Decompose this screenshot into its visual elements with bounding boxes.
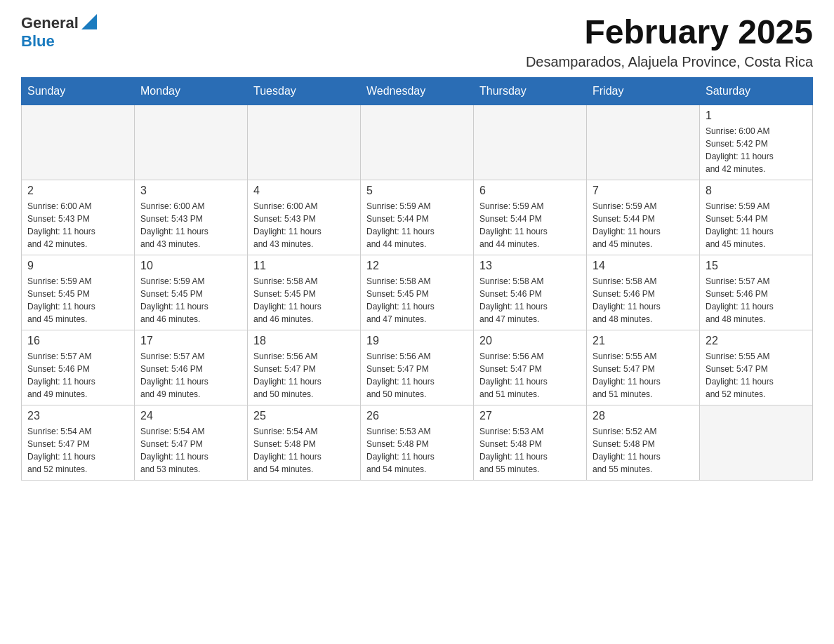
calendar-cell: 19Sunrise: 5:56 AMSunset: 5:47 PMDayligh… bbox=[361, 330, 474, 405]
calendar-table: SundayMondayTuesdayWednesdayThursdayFrid… bbox=[21, 77, 813, 481]
day-info: Sunrise: 6:00 AMSunset: 5:42 PMDaylight:… bbox=[706, 125, 807, 175]
day-info: Sunrise: 6:00 AMSunset: 5:43 PMDaylight:… bbox=[140, 200, 241, 250]
calendar-cell: 12Sunrise: 5:58 AMSunset: 5:45 PMDayligh… bbox=[361, 255, 474, 330]
day-number: 10 bbox=[140, 260, 241, 272]
day-info: Sunrise: 5:57 AMSunset: 5:46 PMDaylight:… bbox=[140, 350, 241, 401]
day-number: 1 bbox=[706, 109, 807, 122]
calendar-cell: 15Sunrise: 5:57 AMSunset: 5:46 PMDayligh… bbox=[700, 255, 813, 330]
day-number: 8 bbox=[706, 185, 807, 197]
day-number: 5 bbox=[366, 185, 468, 197]
day-info: Sunrise: 5:57 AMSunset: 5:46 PMDaylight:… bbox=[27, 350, 128, 401]
calendar-cell: 25Sunrise: 5:54 AMSunset: 5:48 PMDayligh… bbox=[248, 405, 361, 480]
calendar-cell: 22Sunrise: 5:55 AMSunset: 5:47 PMDayligh… bbox=[700, 330, 813, 405]
day-info: Sunrise: 5:58 AMSunset: 5:45 PMDaylight:… bbox=[366, 275, 468, 326]
calendar-cell: 11Sunrise: 5:58 AMSunset: 5:45 PMDayligh… bbox=[248, 255, 361, 330]
calendar-header-row: SundayMondayTuesdayWednesdayThursdayFrid… bbox=[22, 77, 813, 105]
day-info: Sunrise: 5:59 AMSunset: 5:45 PMDaylight:… bbox=[27, 275, 128, 326]
location-subtitle: Desamparados, Alajuela Province, Costa R… bbox=[526, 54, 813, 70]
day-info: Sunrise: 5:58 AMSunset: 5:45 PMDaylight:… bbox=[253, 275, 355, 326]
weekday-header-monday: Monday bbox=[135, 77, 248, 105]
calendar-week-row: 1Sunrise: 6:00 AMSunset: 5:42 PMDaylight… bbox=[22, 105, 813, 180]
calendar-week-row: 2Sunrise: 6:00 AMSunset: 5:43 PMDaylight… bbox=[22, 180, 813, 255]
calendar-cell: 9Sunrise: 5:59 AMSunset: 5:45 PMDaylight… bbox=[22, 255, 135, 330]
day-info: Sunrise: 5:54 AMSunset: 5:47 PMDaylight:… bbox=[27, 425, 128, 476]
calendar-cell: 21Sunrise: 5:55 AMSunset: 5:47 PMDayligh… bbox=[587, 330, 700, 405]
day-info: Sunrise: 5:53 AMSunset: 5:48 PMDaylight:… bbox=[366, 425, 468, 476]
day-info: Sunrise: 5:56 AMSunset: 5:47 PMDaylight:… bbox=[366, 350, 468, 401]
day-info: Sunrise: 5:55 AMSunset: 5:47 PMDaylight:… bbox=[706, 350, 807, 401]
day-info: Sunrise: 5:59 AMSunset: 5:44 PMDaylight:… bbox=[366, 200, 468, 250]
calendar-cell: 14Sunrise: 5:58 AMSunset: 5:46 PMDayligh… bbox=[587, 255, 700, 330]
weekday-header-thursday: Thursday bbox=[474, 77, 587, 105]
day-number: 7 bbox=[593, 185, 694, 197]
day-number: 15 bbox=[706, 260, 807, 272]
calendar-cell bbox=[248, 105, 361, 180]
day-number: 27 bbox=[479, 410, 581, 422]
calendar-cell: 23Sunrise: 5:54 AMSunset: 5:47 PMDayligh… bbox=[22, 405, 135, 480]
logo: General Blue bbox=[21, 14, 97, 51]
calendar-cell bbox=[22, 105, 135, 180]
day-info: Sunrise: 5:59 AMSunset: 5:45 PMDaylight:… bbox=[140, 275, 241, 326]
calendar-cell: 10Sunrise: 5:59 AMSunset: 5:45 PMDayligh… bbox=[135, 255, 248, 330]
calendar-cell: 16Sunrise: 5:57 AMSunset: 5:46 PMDayligh… bbox=[22, 330, 135, 405]
day-number: 18 bbox=[253, 335, 355, 347]
day-info: Sunrise: 5:56 AMSunset: 5:47 PMDaylight:… bbox=[253, 350, 355, 401]
weekday-header-wednesday: Wednesday bbox=[361, 77, 474, 105]
calendar-cell: 6Sunrise: 5:59 AMSunset: 5:44 PMDaylight… bbox=[474, 180, 587, 255]
calendar-cell bbox=[474, 105, 587, 180]
day-info: Sunrise: 5:57 AMSunset: 5:46 PMDaylight:… bbox=[706, 275, 807, 326]
page-header: General Blue February 2025 Desamparados,… bbox=[21, 14, 813, 70]
day-number: 25 bbox=[253, 410, 355, 422]
weekday-header-friday: Friday bbox=[587, 77, 700, 105]
day-number: 16 bbox=[27, 335, 128, 347]
calendar-cell: 20Sunrise: 5:56 AMSunset: 5:47 PMDayligh… bbox=[474, 330, 587, 405]
calendar-cell: 13Sunrise: 5:58 AMSunset: 5:46 PMDayligh… bbox=[474, 255, 587, 330]
calendar-week-row: 16Sunrise: 5:57 AMSunset: 5:46 PMDayligh… bbox=[22, 330, 813, 405]
calendar-week-row: 9Sunrise: 5:59 AMSunset: 5:45 PMDaylight… bbox=[22, 255, 813, 330]
day-number: 12 bbox=[366, 260, 468, 272]
day-number: 19 bbox=[366, 335, 468, 347]
calendar-cell bbox=[135, 105, 248, 180]
day-info: Sunrise: 5:59 AMSunset: 5:44 PMDaylight:… bbox=[479, 200, 581, 250]
day-info: Sunrise: 5:53 AMSunset: 5:48 PMDaylight:… bbox=[479, 425, 581, 476]
day-number: 20 bbox=[479, 335, 581, 347]
calendar-cell bbox=[700, 405, 813, 480]
calendar-cell: 18Sunrise: 5:56 AMSunset: 5:47 PMDayligh… bbox=[248, 330, 361, 405]
day-number: 9 bbox=[27, 260, 128, 272]
day-info: Sunrise: 5:54 AMSunset: 5:47 PMDaylight:… bbox=[140, 425, 241, 476]
day-number: 4 bbox=[253, 185, 355, 197]
logo-blue-text: Blue bbox=[21, 32, 55, 50]
day-number: 22 bbox=[706, 335, 807, 347]
day-info: Sunrise: 6:00 AMSunset: 5:43 PMDaylight:… bbox=[27, 200, 128, 250]
day-number: 17 bbox=[140, 335, 241, 347]
svg-marker-0 bbox=[81, 14, 97, 29]
calendar-cell: 26Sunrise: 5:53 AMSunset: 5:48 PMDayligh… bbox=[361, 405, 474, 480]
day-info: Sunrise: 5:59 AMSunset: 5:44 PMDaylight:… bbox=[706, 200, 807, 250]
calendar-cell: 24Sunrise: 5:54 AMSunset: 5:47 PMDayligh… bbox=[135, 405, 248, 480]
day-info: Sunrise: 5:56 AMSunset: 5:47 PMDaylight:… bbox=[479, 350, 581, 401]
calendar-cell: 8Sunrise: 5:59 AMSunset: 5:44 PMDaylight… bbox=[700, 180, 813, 255]
day-info: Sunrise: 6:00 AMSunset: 5:43 PMDaylight:… bbox=[253, 200, 355, 250]
day-number: 14 bbox=[593, 260, 694, 272]
weekday-header-sunday: Sunday bbox=[22, 77, 135, 105]
calendar-cell: 27Sunrise: 5:53 AMSunset: 5:48 PMDayligh… bbox=[474, 405, 587, 480]
day-number: 24 bbox=[140, 410, 241, 422]
day-number: 3 bbox=[140, 185, 241, 197]
day-number: 13 bbox=[479, 260, 581, 272]
month-title: February 2025 bbox=[526, 14, 813, 51]
weekday-header-tuesday: Tuesday bbox=[248, 77, 361, 105]
day-info: Sunrise: 5:58 AMSunset: 5:46 PMDaylight:… bbox=[479, 275, 581, 326]
calendar-cell: 7Sunrise: 5:59 AMSunset: 5:44 PMDaylight… bbox=[587, 180, 700, 255]
logo-triangle-icon bbox=[81, 14, 97, 29]
day-info: Sunrise: 5:59 AMSunset: 5:44 PMDaylight:… bbox=[593, 200, 694, 250]
day-info: Sunrise: 5:55 AMSunset: 5:47 PMDaylight:… bbox=[593, 350, 694, 401]
calendar-cell: 3Sunrise: 6:00 AMSunset: 5:43 PMDaylight… bbox=[135, 180, 248, 255]
day-number: 23 bbox=[27, 410, 128, 422]
day-number: 28 bbox=[593, 410, 694, 422]
weekday-header-saturday: Saturday bbox=[700, 77, 813, 105]
day-info: Sunrise: 5:52 AMSunset: 5:48 PMDaylight:… bbox=[593, 425, 694, 476]
calendar-cell: 1Sunrise: 6:00 AMSunset: 5:42 PMDaylight… bbox=[700, 105, 813, 180]
day-info: Sunrise: 5:58 AMSunset: 5:46 PMDaylight:… bbox=[593, 275, 694, 326]
day-number: 2 bbox=[27, 185, 128, 197]
calendar-cell bbox=[361, 105, 474, 180]
